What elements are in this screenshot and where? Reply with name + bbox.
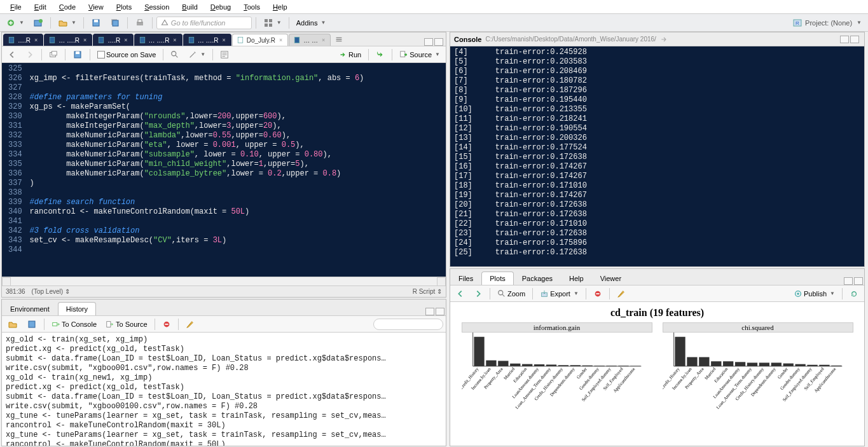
svg-rect-25 [76, 52, 79, 54]
minimize-icon[interactable] [425, 308, 434, 315]
minimize-icon[interactable] [840, 36, 849, 43]
svg-rect-12 [269, 24, 272, 27]
menu-debug[interactable]: Debug [204, 1, 237, 13]
svg-rect-4 [94, 20, 98, 22]
menu-tools[interactable]: Tools [237, 1, 266, 13]
save-source-button[interactable] [69, 48, 86, 61]
publish-button[interactable]: Publish ▼ [790, 287, 838, 300]
code-editor[interactable]: 3253263273283293303313323333343353363373… [2, 63, 446, 277]
history-search-input[interactable] [373, 319, 443, 330]
next-plot-button[interactable] [471, 287, 486, 300]
source-statusbar: 381:36 (Top Level) ⇕ R Script ⇕ [2, 285, 446, 297]
addins-button[interactable]: Addins▼ [293, 17, 329, 29]
source-tab[interactable]: ….R× [93, 34, 133, 46]
save-all-button[interactable] [107, 17, 123, 29]
menu-code[interactable]: Code [53, 1, 82, 13]
menu-file[interactable]: File [4, 1, 28, 13]
source-tab[interactable]: ….R× [3, 34, 43, 46]
svg-point-37 [797, 292, 799, 295]
clear-history-button[interactable] [183, 318, 198, 331]
project-menu[interactable]: RProject: (None)▼ [792, 18, 865, 28]
tab-environment[interactable]: Environment [2, 302, 58, 315]
history-line[interactable]: submit <- data.frame(Loan_ID = test$Loan… [6, 354, 442, 364]
menu-build[interactable]: Build [176, 1, 203, 13]
maximize-icon[interactable] [850, 36, 859, 43]
clear-plots-button[interactable] [614, 287, 629, 300]
back-button[interactable] [4, 48, 20, 61]
history-line[interactable]: xg_old <- train(xg_set, xg_imp) [6, 335, 442, 345]
new-project-button[interactable] [30, 17, 46, 29]
source-tab[interactable]: … …× [289, 34, 331, 46]
grid-button[interactable]: ▼ [260, 17, 285, 29]
compile-notebook-button[interactable] [217, 48, 232, 61]
source-tab[interactable]: … ….R× [183, 34, 231, 46]
history-line[interactable]: submit <- data.frame(Loan_ID = test$Loan… [6, 392, 442, 402]
file-type-label[interactable]: R Script ⇕ [413, 288, 442, 295]
menu-session[interactable]: Session [138, 1, 176, 13]
viewer-pane: FilesPlotsPackagesHelpViewer Zoom Export… [450, 268, 865, 446]
save-button[interactable] [88, 17, 104, 29]
source-on-save-checkbox[interactable]: Source on Save [94, 48, 159, 61]
scope-label[interactable]: (Top Level) ⇕ [32, 288, 70, 295]
forward-button[interactable] [22, 48, 38, 61]
history-line[interactable]: xg_tune <- tuneParams(learner = xg_set, … [6, 411, 442, 421]
wand-button[interactable]: ▼ [185, 48, 209, 61]
menu-plots[interactable]: Plots [110, 1, 138, 13]
load-history-button[interactable] [4, 318, 21, 331]
tab-list-button[interactable] [331, 33, 347, 46]
new-file-button[interactable]: ▼ [3, 17, 27, 29]
export-button[interactable]: Export ▼ [537, 287, 582, 300]
source-tab[interactable]: … ….R× [134, 34, 183, 46]
remove-plot-button[interactable] [590, 287, 605, 300]
history-line[interactable]: rancontrol <- makeTuneControlRandom(maxi… [6, 440, 442, 446]
history-line[interactable]: predict.xg <- predict(xg_old, testTask) [6, 383, 442, 392]
history-line[interactable]: write.csv(submit, "xgboo00100.csv",row.n… [6, 402, 442, 411]
svg-rect-23 [52, 51, 57, 55]
menu-help[interactable]: Help [266, 1, 294, 13]
minimize-icon[interactable] [424, 38, 433, 46]
console-path[interactable]: C:/Users/manish/Desktop/Data/Amonth_Wise… [485, 36, 656, 43]
maximize-icon[interactable] [436, 308, 444, 315]
history-list[interactable]: xg_old <- train(xg_set, xg_imp)predict.x… [2, 333, 446, 446]
history-line[interactable]: write.csv(submit, "xgboo001.csv",row.nam… [6, 364, 442, 373]
history-line[interactable]: rancontrol <- makeTuneControlRandom(maxi… [6, 421, 442, 430]
history-line[interactable]: xg_old <- train(xg_new1, xg_imp) [6, 373, 442, 383]
tab-files[interactable]: Files [450, 272, 481, 285]
tab-plots[interactable]: Plots [481, 272, 513, 285]
tab-viewer[interactable]: Viewer [592, 272, 630, 285]
run-button[interactable]: Run [335, 48, 364, 61]
tab-packages[interactable]: Packages [514, 272, 561, 285]
history-line[interactable]: xg_tune <- tuneParams(learner = xg_set, … [6, 430, 442, 440]
prev-plot-button[interactable] [453, 287, 468, 300]
to-console-button[interactable]: To Console [48, 318, 100, 331]
source-tab[interactable]: … ….R× [44, 34, 92, 46]
rerun-button[interactable] [373, 48, 388, 61]
show-in-new-window-button[interactable] [46, 48, 61, 61]
save-history-button[interactable] [24, 318, 40, 331]
tab-help[interactable]: Help [561, 272, 592, 285]
maximize-icon[interactable] [434, 38, 443, 46]
remove-history-button[interactable] [159, 318, 174, 331]
svg-rect-10 [269, 19, 272, 22]
editor-hscrollbar[interactable] [2, 277, 446, 285]
console-pane: Console C:/Users/manish/Desktop/Data/Amo… [450, 32, 865, 267]
arrow-out-icon[interactable] [660, 36, 668, 43]
refresh-plot-button[interactable] [846, 287, 862, 300]
to-source-button[interactable]: To Source [102, 318, 151, 331]
history-line[interactable]: predict.xg <- predict(xg_old, testTask) [6, 345, 442, 354]
zoom-button[interactable]: Zoom [494, 287, 528, 300]
source-script-button[interactable]: Source ▼ [396, 48, 443, 61]
maximize-icon[interactable] [854, 277, 863, 285]
goto-file-input[interactable]: Go to file/function [156, 17, 252, 29]
print-button[interactable] [132, 17, 148, 29]
source-tab[interactable]: Do_July.R× [232, 34, 289, 46]
minimize-icon[interactable] [844, 277, 853, 285]
open-file-button[interactable]: ▼ [55, 17, 79, 29]
find-button[interactable] [167, 48, 183, 61]
tab-history[interactable]: History [58, 302, 96, 315]
menu-view[interactable]: View [82, 1, 110, 13]
console-output[interactable]: [4] train-error:0.245928[5] train-error:… [450, 46, 864, 266]
menu-edit[interactable]: Edit [28, 1, 53, 13]
svg-text:R: R [796, 20, 799, 26]
svg-rect-28 [401, 51, 405, 57]
